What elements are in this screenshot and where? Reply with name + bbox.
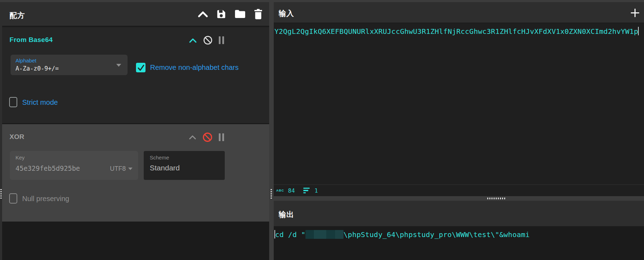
remove-non-alphabet-label[interactable]: Remove non-alphabet chars	[150, 64, 239, 72]
operation-from-base64[interactable]: From Base64 Alphabet A-Za-z0-9+/= Remove…	[2, 27, 269, 123]
breakpoint-pause-icon[interactable]	[219, 36, 224, 44]
xor-key-field[interactable]: Key 45e329feb5d925be UTF8	[10, 151, 138, 180]
cyberchef-app: 配方 From Base64	[0, 0, 644, 260]
splitter-drag-handle[interactable]	[271, 189, 272, 199]
checkmark-icon	[137, 64, 145, 72]
strict-mode-label[interactable]: Strict mode	[22, 98, 58, 107]
operation-title: XOR	[10, 133, 24, 141]
character-count: 84	[288, 187, 295, 194]
input-status-bar: ABC 84 1	[274, 185, 644, 196]
alphabet-label: Alphabet	[16, 58, 36, 64]
key-type-value: UTF8	[110, 165, 126, 173]
key-type-dropdown[interactable]: UTF8	[110, 165, 132, 173]
clear-recipe-trash-icon[interactable]	[254, 9, 263, 19]
remove-non-alphabet-checkbox[interactable]	[136, 63, 145, 72]
key-value[interactable]: 45e329feb5d925be	[16, 164, 80, 172]
alphabet-value[interactable]: A-Za-z0-9+/=	[16, 65, 59, 72]
output-title: 输出	[279, 210, 294, 219]
input-title: 输入	[279, 8, 294, 18]
text-cursor	[638, 27, 639, 35]
redacted-text-block	[305, 230, 343, 239]
breakpoint-pause-icon[interactable]	[219, 133, 224, 141]
strict-mode-checkbox[interactable]	[9, 97, 17, 107]
operation-xor[interactable]: XOR Key 45e329feb5d925be UTF8 Scheme Sta…	[2, 124, 269, 222]
operation-title: From Base64	[10, 36, 53, 44]
alphabet-dropdown[interactable]: Alphabet A-Za-z0-9+/=	[11, 55, 128, 75]
input-output-splitter[interactable]	[274, 196, 644, 201]
recipe-title: 配方	[10, 11, 25, 20]
line-count: 1	[315, 187, 318, 194]
disable-operation-icon[interactable]	[203, 35, 213, 45]
scheme-value: Standard	[150, 164, 180, 172]
collapse-args-chevron-icon[interactable]	[189, 135, 196, 140]
key-label: Key	[16, 155, 25, 161]
collapse-args-chevron-icon[interactable]	[189, 38, 197, 43]
recipe-actions	[198, 9, 263, 19]
scheme-label: Scheme	[150, 155, 169, 161]
collapse-chevron-icon[interactable]	[198, 11, 208, 18]
null-preserving-label[interactable]: Null preserving	[22, 195, 69, 203]
chevron-down-icon	[128, 168, 132, 170]
input-textarea[interactable]: Y2QgL2QgIkQ6XEFBQUNURlxXRUJccGhwU3R1ZHlf…	[274, 23, 644, 185]
null-preserving-checkbox[interactable]	[9, 193, 17, 204]
add-input-tab-plus-icon[interactable]	[630, 8, 640, 18]
recipe-header: 配方	[2, 2, 269, 26]
output-header: 输出	[274, 201, 644, 227]
output-display: cd /d "\phpStudy_64\phpstudy_pro\WWW\tes…	[274, 227, 644, 260]
operation-controls	[189, 35, 224, 46]
disable-operation-icon[interactable]	[202, 132, 213, 143]
load-recipe-folder-icon[interactable]	[234, 9, 246, 19]
line-count-icon	[303, 188, 310, 194]
xor-scheme-select[interactable]: Scheme Standard	[144, 151, 225, 180]
save-recipe-icon[interactable]	[216, 9, 227, 19]
splitter-drag-handle[interactable]	[487, 198, 506, 199]
operation-controls	[189, 132, 224, 143]
input-header: 输入	[274, 2, 644, 23]
input-text[interactable]: Y2QgL2QgIkQ6XEFBQUNURlxXRUJccGhwU3R1ZHlf…	[274, 27, 639, 36]
recipe-io-splitter[interactable]	[269, 2, 274, 260]
splitter-drag-handle[interactable]	[0, 189, 2, 199]
chevron-down-icon[interactable]	[116, 64, 121, 67]
output-text: cd /d "\phpStudy_64\phpstudy_pro\WWW\tes…	[274, 230, 530, 239]
character-count-abc-icon: ABC	[276, 189, 284, 192]
